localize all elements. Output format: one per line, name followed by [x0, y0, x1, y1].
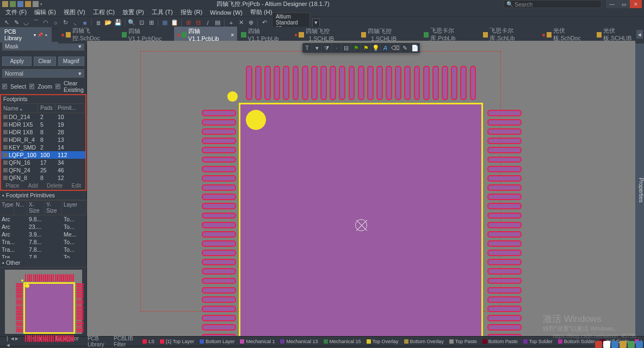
layer-tab[interactable]: Bottom Paste: [480, 338, 520, 345]
layer-tab[interactable]: Top Solder: [521, 338, 555, 345]
menu-item[interactable]: Window (W): [207, 9, 246, 16]
footprints-header: Footprints: [1, 95, 85, 103]
layer-tab[interactable]: Bottom Overlay: [401, 338, 446, 345]
pencil-tool-icon[interactable]: ✎: [12, 18, 21, 27]
qat-icon-3[interactable]: [25, 1, 31, 7]
copy-icon[interactable]: 📄: [410, 43, 420, 53]
pencil-icon[interactable]: ✎: [400, 43, 410, 53]
qat-icon-4[interactable]: [33, 1, 39, 7]
bottom-tab[interactable]: PCB Library: [83, 334, 109, 349]
search-input[interactable]: 🔍 Search: [504, 0, 602, 8]
footprint-row[interactable]: HDR_R_4813: [1, 136, 85, 144]
footprint-row[interactable]: HDR 1X8828: [1, 128, 85, 136]
primitive-row[interactable]: Tra...7.8...To...: [0, 238, 86, 246]
menu-item[interactable]: 放置 (P): [119, 8, 147, 16]
layer-tab[interactable]: Top Paste: [447, 338, 479, 345]
primitive-row[interactable]: Arc23....To...: [0, 223, 86, 231]
layer-tab[interactable]: Mechanical 13: [277, 338, 320, 345]
flag-green-icon[interactable]: ⚑: [351, 43, 361, 53]
flag-yellow-icon[interactable]: ⚑: [361, 43, 371, 53]
menu-item[interactable]: 视图 (V): [60, 8, 89, 16]
editor-canvas[interactable]: T ▾ ⧩ · ⊟ ⚑ ⚑ 💡 A ⌫ ✎ 📄: [87, 41, 635, 336]
menu-item[interactable]: 报告 (R): [177, 8, 206, 16]
col-ysize[interactable]: Y-Size: [45, 201, 62, 215]
menu-item[interactable]: 编辑 (E): [31, 8, 59, 16]
arc-tool-icon[interactable]: ◡: [22, 18, 30, 27]
text-tool-icon[interactable]: T: [302, 43, 312, 53]
arc2-tool-icon[interactable]: ⌒: [32, 18, 40, 27]
primitive-row[interactable]: Arc3.9...Me...: [0, 231, 86, 238]
col-xsize[interactable]: X-Size: [27, 201, 45, 215]
collapsed-panel-button[interactable]: ◂: [636, 30, 643, 39]
primitive-row[interactable]: Tra...7.8...To...: [0, 246, 86, 253]
nav-next-icon[interactable]: ▸: [15, 335, 18, 348]
footprint-row[interactable]: QFN_161734: [1, 159, 85, 166]
bottom-tab[interactable]: PCBLIB Filter: [109, 334, 138, 349]
properties-panel-collapsed[interactable]: Properties: [635, 41, 644, 336]
qat-icon-2[interactable]: [17, 1, 23, 7]
maximize-button[interactable]: ▭: [618, 0, 630, 8]
arrow-tool-icon[interactable]: ↖: [2, 18, 11, 27]
align-icon[interactable]: ⊟: [342, 43, 351, 53]
menu-item[interactable]: 帮助 (H): [247, 8, 275, 16]
footprint-row[interactable]: KEY_SMD214: [1, 144, 85, 151]
delete-button[interactable]: Delete: [47, 183, 63, 189]
select-checkbox[interactable]: ✓: [2, 84, 7, 89]
layer-tab[interactable]: LS: [140, 338, 157, 345]
funnel-icon[interactable]: ⧩: [322, 43, 332, 53]
primitive-row[interactable]: Arc9.8...To...: [0, 215, 86, 223]
place-button[interactable]: Place: [5, 183, 19, 189]
tray-icon-4[interactable]: [620, 341, 627, 348]
col-n[interactable]: N...: [14, 201, 27, 215]
close-panel-icon[interactable]: ×: [45, 33, 47, 38]
layer-tab[interactable]: Bottom Layer: [197, 338, 237, 345]
arc3-tool-icon[interactable]: ◠: [41, 18, 50, 27]
pushpin-icon[interactable]: 📌: [38, 33, 43, 38]
layer-tab[interactable]: Top Overlay: [364, 338, 401, 345]
filter-icon[interactable]: ▾: [312, 43, 322, 53]
nav-first-icon[interactable]: |◂: [7, 335, 10, 348]
primitive-row[interactable]: Tra...7.8...To...: [0, 253, 86, 258]
panel-tab-pcblibrary[interactable]: PCB Library ▾ 📌 ×: [0, 27, 52, 42]
col-prim[interactable]: Primit...: [55, 104, 85, 113]
bulb-icon[interactable]: 💡: [371, 43, 381, 53]
erase-icon[interactable]: ⌫: [391, 43, 400, 53]
layer-tab[interactable]: Bottom Solder: [555, 338, 597, 345]
layer-tab[interactable]: Mechanical 15: [321, 338, 363, 345]
pin-icon[interactable]: ▾: [34, 33, 36, 38]
edit-button[interactable]: Edit: [71, 183, 81, 189]
magnify-button[interactable]: Magnif: [58, 57, 84, 66]
menu-item[interactable]: 工具 (T): [148, 8, 176, 16]
footprint-row[interactable]: QFN_8812: [1, 174, 85, 182]
tray-icon-5[interactable]: [628, 341, 635, 348]
layer-tab[interactable]: [1] Top Layer: [157, 338, 196, 345]
add-button[interactable]: Add: [28, 183, 38, 189]
footprint-row[interactable]: QFN_242546: [1, 166, 85, 174]
tray-icon-2[interactable]: [603, 341, 610, 348]
tray-icon-1[interactable]: [595, 341, 602, 348]
close-button[interactable]: ✕: [630, 0, 642, 8]
format-icon[interactable]: A: [381, 43, 391, 53]
nav-prev-icon[interactable]: ◂: [11, 335, 14, 348]
minimize-button[interactable]: ―: [606, 0, 618, 8]
clear-button[interactable]: Clear: [34, 57, 57, 66]
apply-button[interactable]: Apply: [2, 57, 32, 66]
primitives-header[interactable]: ▴Footprint Primitives: [0, 191, 86, 200]
layer-tab[interactable]: Mechanical 1: [237, 338, 277, 345]
tray-icon-6[interactable]: [636, 341, 643, 348]
clear-existing-checkbox[interactable]: ✓: [55, 84, 60, 89]
col-name[interactable]: Name ▴: [1, 104, 38, 113]
menu-item[interactable]: 文件 (F): [2, 8, 30, 16]
normal-dropdown[interactable]: Normal▾: [2, 69, 84, 78]
tray-icon-3[interactable]: [611, 341, 618, 348]
col-pads[interactable]: Pads: [38, 104, 55, 113]
col-layer[interactable]: Layer: [62, 201, 86, 215]
footprint-row[interactable]: LQFP_100100112: [1, 151, 85, 159]
footprint-row[interactable]: HDR 1X5519: [1, 121, 85, 128]
footprint-row[interactable]: DO_214210: [1, 113, 85, 121]
menu-item[interactable]: 工程 (C): [90, 8, 118, 16]
qat-icon-1[interactable]: [10, 1, 16, 7]
zoom-checkbox[interactable]: ✓: [29, 84, 34, 89]
other-header[interactable]: ▴Other: [0, 258, 86, 268]
col-type[interactable]: Type: [0, 201, 14, 215]
